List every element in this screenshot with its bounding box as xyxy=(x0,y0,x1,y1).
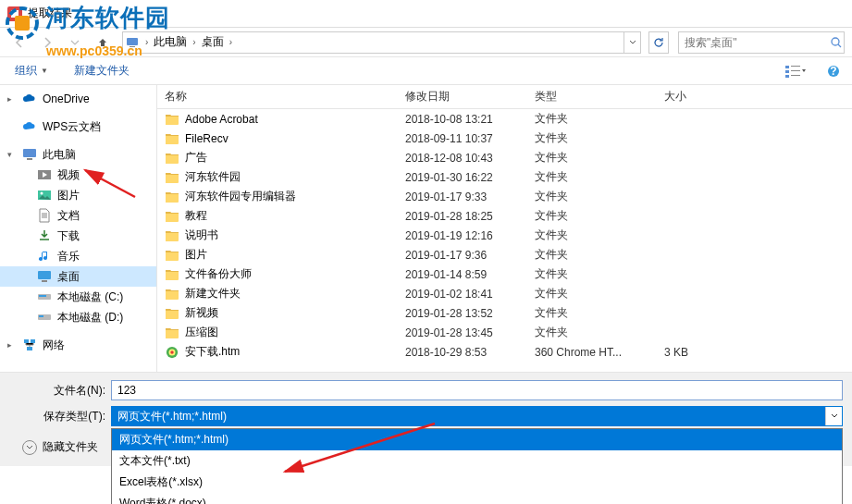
file-name: 河东软件园 xyxy=(185,169,241,185)
column-size[interactable]: 大小 xyxy=(657,85,749,108)
file-row[interactable]: Adobe Acrobat2018-10-08 13:21文件夹 xyxy=(157,109,852,129)
breadcrumb-item-desktop[interactable]: 桌面 xyxy=(200,32,226,53)
file-type: 文件夹 xyxy=(527,208,657,224)
svg-rect-9 xyxy=(791,70,800,71)
savetype-value: 网页文件(*.htm;*.html) xyxy=(112,407,825,425)
search-box[interactable] xyxy=(678,31,845,54)
sidebar-item-video[interactable]: 视频 xyxy=(0,165,156,185)
sidebar-item-wps[interactable]: WPS云文档 xyxy=(0,117,156,137)
svg-point-5 xyxy=(832,38,839,45)
sidebar-item-network[interactable]: ▸网络 xyxy=(0,335,156,355)
music-icon xyxy=(37,249,52,264)
sidebar-item-thispc[interactable]: ▾此电脑 xyxy=(0,144,156,165)
savetype-dropdown[interactable]: 网页文件(*.htm;*.html) 文本文件(*.txt) Excel表格(*… xyxy=(111,428,843,504)
view-mode-button[interactable] xyxy=(782,62,811,80)
toolbar: 组织▼ 新建文件夹 ? xyxy=(0,57,852,85)
file-date: 2018-12-08 10:43 xyxy=(398,152,527,165)
file-name: 新视频 xyxy=(185,305,218,321)
svg-rect-20 xyxy=(42,280,47,282)
filename-input[interactable] xyxy=(112,381,842,400)
file-date: 2019-01-17 9:36 xyxy=(398,249,527,262)
file-type: 文件夹 xyxy=(527,247,657,263)
savetype-combo[interactable]: 网页文件(*.htm;*.html) xyxy=(111,406,843,426)
new-folder-button[interactable]: 新建文件夹 xyxy=(67,59,137,82)
pc-icon xyxy=(123,32,142,53)
file-row[interactable]: 河东软件园专用编辑器2019-01-17 9:33文件夹 xyxy=(157,187,852,206)
dropdown-option-xlsx[interactable]: Excel表格(*.xlsx) xyxy=(112,472,842,493)
sidebar-item-disk-d[interactable]: 本地磁盘 (D:) xyxy=(0,307,156,327)
sidebar-item-disk-c[interactable]: 本地磁盘 (C:) xyxy=(0,287,156,307)
file-row[interactable]: 安下载.htm2018-10-29 8:53360 Chrome HT...3 … xyxy=(157,342,852,362)
file-date: 2018-09-11 10:37 xyxy=(398,132,527,145)
file-row[interactable]: 说明书2019-01-19 12:16文件夹 xyxy=(157,226,852,245)
file-type: 360 Chrome HT... xyxy=(527,346,657,359)
savetype-label: 保存类型(T): xyxy=(9,409,111,424)
file-list[interactable]: 名称 修改日期 类型 大小 Adobe Acrobat2018-10-08 13… xyxy=(157,85,852,372)
file-type: 文件夹 xyxy=(527,266,657,282)
sidebar-item-desktop[interactable]: 桌面 xyxy=(0,266,156,287)
file-name: 教程 xyxy=(185,208,207,224)
dropdown-option-docx[interactable]: Word表格(*.docx) xyxy=(112,493,842,504)
svg-rect-25 xyxy=(24,339,29,343)
file-date: 2019-01-28 13:52 xyxy=(398,307,527,320)
file-type: 文件夹 xyxy=(527,305,657,321)
file-row[interactable]: 新视频2019-01-28 13:52文件夹 xyxy=(157,303,852,323)
breadcrumb[interactable]: › 此电脑 › 桌面 › xyxy=(122,31,641,54)
svg-rect-27 xyxy=(27,347,32,350)
breadcrumb-dropdown-button[interactable] xyxy=(624,32,640,53)
search-input[interactable] xyxy=(679,36,829,49)
file-type: 文件夹 xyxy=(527,150,657,166)
file-name: 安下载.htm xyxy=(185,344,240,360)
file-row[interactable]: 文件备份大师2019-01-14 8:59文件夹 xyxy=(157,264,852,284)
file-row[interactable]: 广告2018-12-08 10:43文件夹 xyxy=(157,148,852,167)
svg-rect-14 xyxy=(23,149,36,157)
column-headers: 名称 修改日期 类型 大小 xyxy=(157,85,852,109)
nav-back-button[interactable] xyxy=(7,31,31,54)
search-icon[interactable] xyxy=(829,36,844,49)
chevron-right-icon[interactable]: › xyxy=(226,37,236,47)
file-row[interactable]: FileRecv2018-09-11 10:37文件夹 xyxy=(157,129,852,148)
file-row[interactable]: 图片2019-01-17 9:36文件夹 xyxy=(157,245,852,264)
refresh-button[interactable] xyxy=(648,31,669,54)
column-name[interactable]: 名称 xyxy=(157,85,398,108)
folder-icon xyxy=(165,151,179,166)
combo-dropdown-button[interactable] xyxy=(825,407,842,425)
file-name: 河东软件园专用编辑器 xyxy=(185,189,296,204)
file-type: 文件夹 xyxy=(527,325,657,340)
svg-rect-4 xyxy=(130,46,135,47)
folder-icon xyxy=(165,190,179,204)
file-size: 3 KB xyxy=(657,346,749,359)
sidebar-item-pictures[interactable]: 图片 xyxy=(0,185,156,205)
dropdown-option-txt[interactable]: 文本文件(*.txt) xyxy=(112,450,842,472)
file-row[interactable]: 教程2019-01-28 18:25文件夹 xyxy=(157,206,852,226)
file-name: 广告 xyxy=(185,150,207,166)
chevron-right-icon[interactable]: › xyxy=(142,37,152,47)
chevron-right-icon[interactable]: › xyxy=(189,37,199,47)
organize-button[interactable]: 组织▼ xyxy=(7,59,56,82)
file-type: 文件夹 xyxy=(527,227,657,243)
folder-icon xyxy=(165,248,179,263)
file-type: 文件夹 xyxy=(527,286,657,301)
sidebar-item-downloads[interactable]: 下载 xyxy=(0,226,156,246)
file-row[interactable]: 新建文件夹2019-01-02 18:41文件夹 xyxy=(157,284,852,303)
sidebar-item-docs[interactable]: 文档 xyxy=(0,205,156,226)
drive-icon xyxy=(37,289,52,304)
column-type[interactable]: 类型 xyxy=(527,85,657,108)
downloads-icon xyxy=(37,228,52,243)
sidebar-item-onedrive[interactable]: ▸OneDrive xyxy=(0,89,156,109)
column-date[interactable]: 修改日期 xyxy=(398,85,527,108)
pictures-icon xyxy=(37,188,52,203)
file-row[interactable]: 压缩图2019-01-28 13:45文件夹 xyxy=(157,323,852,342)
help-button[interactable]: ? xyxy=(822,62,845,80)
nav-up-button[interactable] xyxy=(91,31,115,54)
file-row[interactable]: 河东软件园2019-01-30 16:22文件夹 xyxy=(157,167,852,187)
svg-rect-3 xyxy=(127,38,138,45)
breadcrumb-item-thispc[interactable]: 此电脑 xyxy=(152,32,189,53)
nav-forward-button[interactable] xyxy=(35,31,59,54)
expand-icon[interactable] xyxy=(22,440,37,455)
filename-field[interactable] xyxy=(111,380,843,400)
dropdown-option-html[interactable]: 网页文件(*.htm;*.html) xyxy=(112,429,842,450)
file-date: 2019-01-30 16:22 xyxy=(398,171,527,184)
nav-history-button[interactable] xyxy=(63,31,87,54)
sidebar-item-music[interactable]: 音乐 xyxy=(0,246,156,266)
